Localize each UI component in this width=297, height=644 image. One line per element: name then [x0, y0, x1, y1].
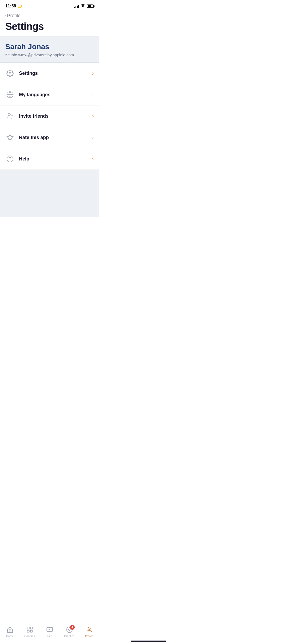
time-display: 11:58	[5, 4, 16, 8]
user-name: Sarah Jonas	[5, 43, 94, 51]
help-chevron-icon: ›	[92, 156, 94, 162]
languages-chevron-icon: ›	[92, 92, 94, 98]
rate-app-menu-item[interactable]: Rate this app ›	[0, 127, 99, 148]
page-title: Settings	[5, 21, 94, 32]
menu-list: Settings › My languages ›	[0, 63, 99, 170]
help-menu-item[interactable]: Help ›	[0, 148, 99, 170]
status-time: 11:58 🌙	[5, 4, 22, 8]
invite-friends-menu-item[interactable]: Invite friends ›	[0, 105, 99, 127]
help-label: Help	[19, 156, 92, 162]
svg-point-1	[9, 72, 11, 74]
person-plus-icon	[5, 111, 15, 121]
help-circle-icon	[5, 154, 15, 164]
svg-point-8	[7, 156, 13, 162]
back-chevron-icon: ‹	[4, 13, 6, 19]
gear-icon	[5, 68, 15, 78]
signal-icon	[74, 4, 79, 8]
globe-icon	[5, 90, 15, 99]
invite-friends-chevron-icon: ›	[92, 113, 94, 119]
invite-friends-label: Invite friends	[19, 113, 92, 119]
bottom-gray-area	[0, 170, 99, 217]
battery-icon	[87, 4, 94, 8]
settings-label: Settings	[19, 71, 92, 76]
star-icon	[5, 133, 15, 142]
back-label: Profile	[7, 13, 21, 19]
languages-label: My languages	[19, 92, 92, 98]
svg-marker-7	[7, 134, 13, 140]
back-button[interactable]: ‹ Profile	[0, 11, 99, 20]
languages-menu-item[interactable]: My languages ›	[0, 84, 99, 105]
status-icons	[74, 4, 94, 8]
wifi-icon	[81, 4, 85, 8]
svg-point-4	[8, 113, 10, 116]
settings-menu-item[interactable]: Settings ›	[0, 63, 99, 84]
user-section: Sarah Jonas 5c9bh9wt6w@privaterelay.appl…	[0, 36, 99, 63]
user-email: 5c9bh9wt6w@privaterelay.appleid.com	[5, 53, 94, 57]
svg-point-0	[83, 7, 83, 7]
moon-icon: 🌙	[17, 4, 22, 8]
page-title-section: Settings	[0, 20, 99, 36]
rate-app-label: Rate this app	[19, 135, 92, 140]
rate-app-chevron-icon: ›	[92, 135, 94, 140]
settings-chevron-icon: ›	[92, 71, 94, 76]
status-bar: 11:58 🌙	[0, 0, 99, 11]
